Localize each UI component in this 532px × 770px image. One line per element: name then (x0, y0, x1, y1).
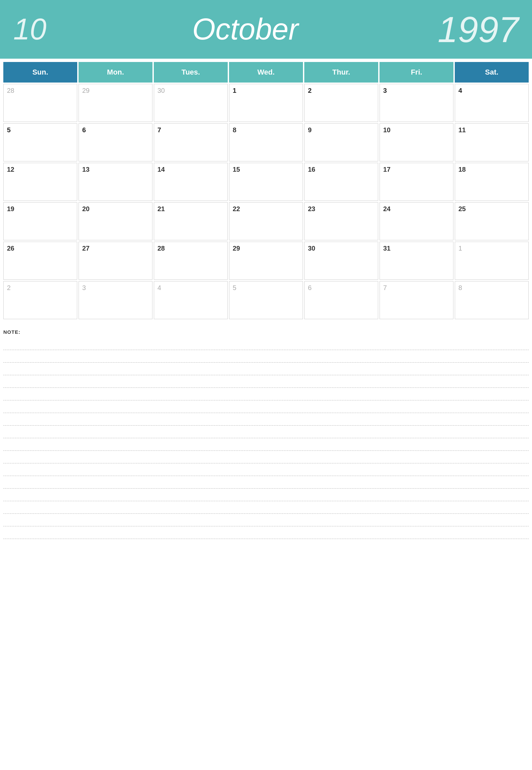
calendar-cell[interactable]: 9 (304, 123, 378, 161)
calendar-cell[interactable]: 23 (304, 202, 378, 240)
note-line[interactable] (3, 501, 529, 514)
note-line[interactable] (3, 476, 529, 489)
cell-day-number: 30 (308, 245, 315, 252)
cell-day-number: 20 (82, 205, 89, 212)
day-header-wed: Wed. (229, 62, 303, 83)
cell-day-number: 8 (233, 126, 236, 134)
calendar-cell[interactable]: 30 (304, 242, 378, 280)
note-line[interactable] (3, 413, 529, 426)
note-line[interactable] (3, 350, 529, 363)
note-line[interactable] (3, 463, 529, 476)
note-line[interactable] (3, 388, 529, 400)
cell-day-number: 1 (458, 245, 462, 252)
note-line[interactable] (3, 337, 529, 350)
cell-day-number: 3 (82, 284, 86, 291)
month-name: October (53, 12, 438, 46)
cell-day-number: 28 (157, 245, 165, 252)
calendar-cell[interactable]: 31 (380, 242, 453, 280)
calendar-cell[interactable]: 10 (380, 123, 453, 161)
calendar-cell[interactable]: 14 (154, 163, 228, 201)
calendar-cell[interactable]: 5 (229, 281, 303, 319)
cell-day-number: 2 (7, 284, 11, 291)
cell-day-number: 31 (383, 245, 390, 252)
cell-day-number: 1 (233, 87, 236, 94)
calendar-cell[interactable]: 3 (380, 84, 453, 122)
cell-day-number: 25 (458, 205, 466, 212)
cell-day-number: 4 (458, 87, 462, 94)
cell-day-number: 16 (308, 166, 315, 173)
cell-day-number: 5 (7, 126, 11, 134)
calendar-cell[interactable]: 6 (79, 123, 152, 161)
calendar-cell[interactable]: 6 (304, 281, 378, 319)
cell-day-number: 5 (233, 284, 236, 291)
calendar-cell[interactable]: 15 (229, 163, 303, 201)
note-line[interactable] (3, 426, 529, 438)
calendar-cell[interactable]: 1 (455, 242, 529, 280)
note-line[interactable] (3, 514, 529, 526)
calendar-cell[interactable]: 18 (455, 163, 529, 201)
cell-day-number: 23 (308, 205, 315, 212)
calendar-cell[interactable]: 26 (3, 242, 77, 280)
day-header-sun: Sun. (3, 62, 77, 83)
calendar-cell[interactable]: 30 (154, 84, 228, 122)
calendar-cell[interactable]: 17 (380, 163, 453, 201)
calendar-cell[interactable]: 29 (79, 84, 152, 122)
cell-day-number: 2 (308, 87, 312, 94)
calendar-cell[interactable]: 4 (455, 84, 529, 122)
cell-day-number: 17 (383, 166, 390, 173)
day-header-sat: Sat. (455, 62, 529, 83)
cell-day-number: 15 (233, 166, 240, 173)
calendar-cell[interactable]: 27 (79, 242, 152, 280)
note-line[interactable] (3, 489, 529, 501)
calendar-cell[interactable]: 20 (79, 202, 152, 240)
calendar-cell[interactable]: 7 (380, 281, 453, 319)
cell-day-number: 7 (157, 126, 161, 134)
calendar-cell[interactable]: 22 (229, 202, 303, 240)
calendar-cell[interactable]: 8 (455, 281, 529, 319)
calendar-cell[interactable]: 16 (304, 163, 378, 201)
cell-day-number: 29 (233, 245, 240, 252)
day-headers-row: Sun.Mon.Tues.Wed.Thur.Fri.Sat. (3, 62, 529, 83)
calendar-cell[interactable]: 13 (79, 163, 152, 201)
note-line[interactable] (3, 375, 529, 388)
cell-day-number: 3 (383, 87, 387, 94)
calendar-cell[interactable]: 11 (455, 123, 529, 161)
calendar-cell[interactable]: 1 (229, 84, 303, 122)
calendar-cell[interactable]: 24 (380, 202, 453, 240)
calendar-cell[interactable]: 2 (304, 84, 378, 122)
cell-day-number: 13 (82, 166, 89, 173)
calendar-cell[interactable]: 28 (154, 242, 228, 280)
calendar-cell[interactable]: 12 (3, 163, 77, 201)
note-line[interactable] (3, 400, 529, 413)
calendar-cell[interactable]: 2 (3, 281, 77, 319)
calendar-grid: 2829301234567891011121314151617181920212… (3, 84, 529, 319)
cell-day-number: 21 (157, 205, 165, 212)
calendar-cell[interactable]: 3 (79, 281, 152, 319)
note-line[interactable] (3, 451, 529, 463)
cell-day-number: 10 (383, 126, 390, 134)
cell-day-number: 7 (383, 284, 387, 291)
calendar-cell[interactable]: 25 (455, 202, 529, 240)
note-lines (3, 337, 529, 539)
calendar-cell[interactable]: 5 (3, 123, 77, 161)
cell-day-number: 18 (458, 166, 466, 173)
calendar-container: Sun.Mon.Tues.Wed.Thur.Fri.Sat. 282930123… (0, 62, 532, 319)
note-label: NOTE: (3, 329, 529, 335)
calendar-cell[interactable]: 29 (229, 242, 303, 280)
cell-day-number: 28 (7, 87, 14, 94)
cell-day-number: 26 (7, 245, 14, 252)
notes-section: NOTE: (3, 329, 529, 549)
calendar-cell[interactable]: 19 (3, 202, 77, 240)
cell-day-number: 24 (383, 205, 390, 212)
cell-day-number: 30 (157, 87, 165, 94)
calendar-cell[interactable]: 28 (3, 84, 77, 122)
calendar-cell[interactable]: 8 (229, 123, 303, 161)
calendar-cell[interactable]: 4 (154, 281, 228, 319)
note-line[interactable] (3, 363, 529, 375)
calendar-cell[interactable]: 7 (154, 123, 228, 161)
day-header-fri: Fri. (380, 62, 453, 83)
calendar-cell[interactable]: 21 (154, 202, 228, 240)
note-line[interactable] (3, 438, 529, 451)
note-line[interactable] (3, 526, 529, 539)
cell-day-number: 9 (308, 126, 312, 134)
